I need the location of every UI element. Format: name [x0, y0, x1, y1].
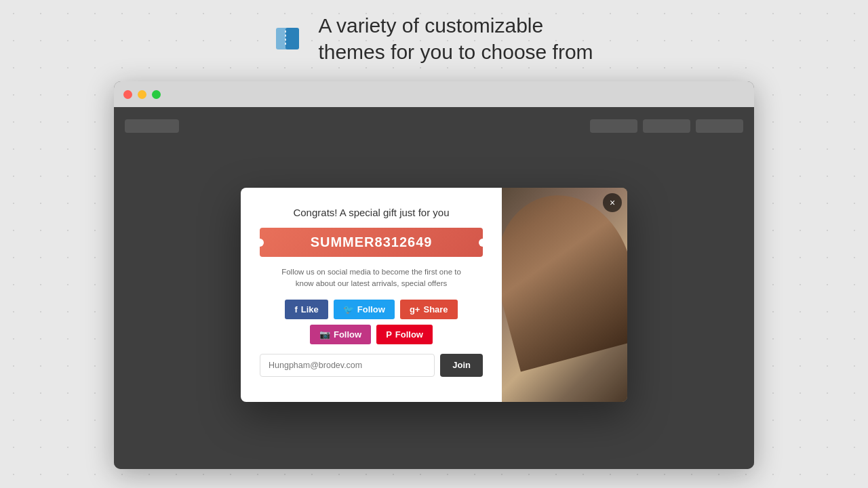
header-title: A variety of customizable themes for you…	[318, 12, 593, 65]
social-row-1: f Like 🐦 Follow g+ Share	[285, 300, 457, 319]
modal-image	[502, 188, 627, 402]
google-label: Share	[423, 304, 448, 314]
twitter-label: Follow	[357, 304, 385, 314]
coupon-code-display: SUMMER8312649	[260, 228, 483, 257]
header-title-line1: A variety of customizable	[318, 12, 593, 39]
svg-rect-1	[285, 28, 299, 49]
browser-window: Congrats! A special gift just for you SU…	[114, 81, 754, 469]
page-header: A variety of customizable themes for you…	[0, 0, 868, 80]
instagram-icon: 📷	[319, 329, 330, 340]
modal-subtext: Follow us on social media to become the …	[281, 266, 461, 290]
instagram-follow-button[interactable]: 📷 Follow	[310, 325, 371, 344]
browser-titlebar	[114, 81, 754, 107]
email-input[interactable]	[260, 354, 435, 377]
pinterest-icon: P	[386, 329, 392, 340]
google-share-button[interactable]: g+ Share	[400, 300, 458, 319]
modal-left-panel: Congrats! A special gift just for you SU…	[241, 188, 502, 402]
modal-dialog: Congrats! A special gift just for you SU…	[241, 188, 627, 402]
logo-icon	[275, 22, 307, 55]
pinterest-follow-button[interactable]: P Follow	[376, 325, 433, 344]
join-button[interactable]: Join	[440, 354, 483, 377]
twitter-icon: 🐦	[343, 304, 354, 314]
facebook-label: Like	[301, 304, 319, 314]
modal-heading: Congrats! A special gift just for you	[293, 207, 449, 218]
instagram-label: Follow	[334, 329, 361, 340]
header-title-line2: themes for you to choose from	[318, 39, 593, 65]
email-join-row: Join	[260, 354, 483, 377]
modal-right-panel: ×	[502, 188, 627, 402]
close-icon: ×	[610, 197, 615, 208]
facebook-like-button[interactable]: f Like	[285, 300, 328, 319]
pinterest-label: Follow	[395, 329, 423, 340]
facebook-icon: f	[294, 304, 297, 314]
browser-content: Congrats! A special gift just for you SU…	[114, 107, 754, 469]
traffic-light-yellow[interactable]	[138, 90, 146, 99]
traffic-light-green[interactable]	[152, 90, 161, 99]
google-icon: g+	[410, 304, 420, 314]
shoe-decoration	[502, 188, 627, 372]
modal-close-button[interactable]: ×	[603, 193, 622, 212]
twitter-follow-button[interactable]: 🐦 Follow	[334, 300, 395, 319]
social-row-2: 📷 Follow P Follow	[310, 325, 433, 344]
modal-overlay: Congrats! A special gift just for you SU…	[114, 107, 754, 469]
traffic-light-red[interactable]	[123, 90, 132, 99]
